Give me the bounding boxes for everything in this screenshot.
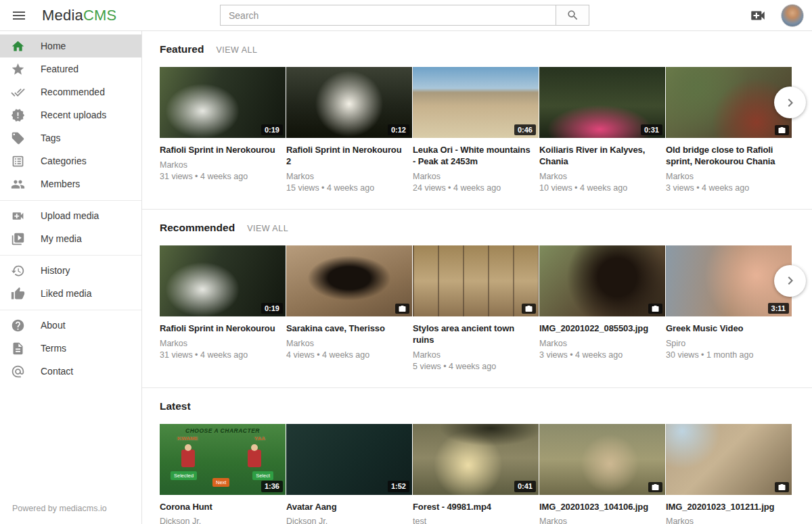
photo-badge: [648, 304, 662, 314]
search-input[interactable]: [221, 5, 556, 25]
view-all-link[interactable]: VIEW ALL: [247, 224, 288, 233]
media-thumbnail[interactable]: 1:52: [286, 424, 412, 495]
media-thumbnail[interactable]: 0:19: [160, 67, 286, 138]
media-card[interactable]: 0:19 Rafioli Sprint in Nerokourou Markos…: [160, 67, 286, 193]
media-card[interactable]: Old bridge close to Rafioli sprint, Nero…: [666, 67, 792, 193]
media-author[interactable]: Markos: [413, 350, 539, 360]
media-title[interactable]: Corona Hunt: [160, 502, 280, 513]
media-title[interactable]: Old bridge close to Rafioli sprint, Nero…: [666, 145, 786, 168]
sidebar-item-members[interactable]: Members: [0, 172, 141, 195]
media-title[interactable]: IMG_20201023_104106.jpg: [539, 502, 660, 513]
sidebar-group: AboutTermsContact: [0, 310, 141, 387]
sidebar-group: HistoryLiked media: [0, 256, 141, 310]
carousel-next-button[interactable]: [774, 87, 806, 118]
sidebar-item-label: Upload media: [41, 210, 99, 221]
powered-by-link[interactable]: Powered by mediacms.io: [0, 494, 141, 524]
media-card[interactable]: 0:31 Koiliaris River in Kalyves, Chania …: [539, 67, 665, 193]
media-author[interactable]: Markos: [413, 172, 539, 181]
app-logo[interactable]: MediaCMS: [42, 7, 116, 24]
star-icon: [11, 62, 25, 76]
upload-media-button[interactable]: [748, 6, 767, 25]
sidebar-item-featured[interactable]: Featured: [0, 57, 141, 80]
media-thumbnail[interactable]: [666, 67, 792, 138]
sidebar-item-history[interactable]: History: [0, 259, 141, 282]
media-title[interactable]: Leuka Ori - White mountains - Peak at 24…: [413, 145, 533, 168]
search-button[interactable]: [556, 5, 589, 25]
duration-badge: 1:52: [388, 481, 409, 492]
media-title[interactable]: Avatar Aang: [286, 502, 407, 513]
media-title[interactable]: Rafioli Sprint in Nerokourou: [160, 323, 280, 335]
hamburger-menu-icon[interactable]: [9, 6, 28, 25]
media-author[interactable]: Markos: [539, 339, 665, 348]
media-author[interactable]: Markos: [666, 172, 792, 181]
media-card[interactable]: IMG_20201022_085503.jpg Markos 3 views •…: [539, 245, 665, 371]
sidebar-item-terms[interactable]: Terms: [0, 337, 141, 360]
media-thumbnail[interactable]: 3:11: [666, 245, 792, 316]
photo-camera-icon: [651, 305, 660, 313]
view-all-link[interactable]: VIEW ALL: [216, 45, 257, 55]
media-card[interactable]: Sarakina cave, Therisso Markos 4 views •…: [286, 245, 412, 371]
chevron-right-icon: [782, 272, 798, 289]
media-author[interactable]: Markos: [539, 172, 665, 181]
media-card[interactable]: 0:41 Forest - 49981.mp4 test 17 views • …: [413, 424, 539, 524]
media-thumbnail[interactable]: [413, 245, 539, 316]
sidebar-item-recent-uploads[interactable]: Recent uploads: [0, 103, 141, 126]
media-author[interactable]: Markos: [286, 339, 412, 348]
media-thumbnail[interactable]: 0:12: [286, 67, 412, 138]
media-card[interactable]: 0:19 Rafioli Sprint in Nerokourou Markos…: [160, 245, 286, 371]
media-title[interactable]: IMG_20201022_085503.jpg: [539, 323, 660, 335]
user-avatar[interactable]: [781, 4, 804, 27]
media-title[interactable]: Stylos area ancient town ruins: [413, 323, 533, 346]
media-thumbnail[interactable]: [539, 245, 665, 316]
media-author[interactable]: Markos: [160, 339, 286, 348]
media-title[interactable]: Sarakina cave, Therisso: [286, 323, 407, 335]
photo-badge: [775, 125, 789, 135]
media-thumbnail[interactable]: [666, 424, 792, 495]
sidebar-item-recommended[interactable]: Recommended: [0, 80, 141, 103]
sidebar-item-home[interactable]: Home: [0, 34, 141, 57]
card-row: 0:19 Rafioli Sprint in Nerokourou Markos…: [160, 67, 793, 193]
sidebar-item-contact[interactable]: Contact: [0, 360, 141, 383]
sidebar-item-my-media[interactable]: My media: [0, 227, 141, 250]
media-author[interactable]: test: [413, 517, 539, 524]
media-title[interactable]: Koiliaris River in Kalyves, Chania: [539, 145, 660, 168]
media-title[interactable]: Rafioli Sprint in Nerokourou: [160, 145, 280, 156]
media-author[interactable]: Dickson Jr.: [160, 517, 286, 524]
media-author[interactable]: Markos: [666, 517, 792, 524]
sidebar-item-tags[interactable]: Tags: [0, 126, 141, 149]
media-author[interactable]: Spiro: [666, 339, 792, 348]
carousel-next-button[interactable]: [774, 265, 806, 297]
media-author[interactable]: Markos: [539, 517, 665, 524]
media-thumbnail[interactable]: CHOOSE A CHARACTER KWAME YAA Selected Ne…: [160, 424, 286, 495]
media-card[interactable]: 0:12 Rafioli Sprint in Nerokourou 2 Mark…: [286, 67, 412, 193]
media-thumbnail[interactable]: 0:31: [539, 67, 665, 138]
logo-media-text: Media: [42, 7, 83, 24]
game-next-button: Next: [212, 478, 229, 487]
media-title[interactable]: IMG_20201023_101211.jpg: [666, 502, 786, 513]
media-card[interactable]: CHOOSE A CHARACTER KWAME YAA Selected Ne…: [160, 424, 286, 524]
media-card[interactable]: 1:52 Avatar Aang Dickson Jr. 12 views • …: [286, 424, 412, 524]
media-card[interactable]: IMG_20201023_104106.jpg Markos 4 views •…: [539, 424, 665, 524]
media-thumbnail[interactable]: [539, 424, 665, 495]
sidebar-item-categories[interactable]: Categories: [0, 149, 141, 172]
media-card[interactable]: 3:11 Greek Music Video Spiro 30 views • …: [666, 245, 792, 371]
media-author[interactable]: Dickson Jr.: [286, 517, 412, 524]
media-author[interactable]: Markos: [160, 160, 286, 170]
media-author[interactable]: Markos: [286, 172, 412, 181]
sidebar-item-upload-media[interactable]: Upload media: [0, 204, 141, 227]
section-title: Recommended: [160, 222, 235, 234]
media-thumbnail[interactable]: 0:41: [413, 424, 539, 495]
media-thumbnail[interactable]: [286, 245, 412, 316]
media-thumbnail[interactable]: 0:19: [160, 245, 286, 316]
media-thumbnail[interactable]: 0:46: [413, 67, 539, 138]
sidebar-item-about[interactable]: About: [0, 314, 141, 337]
media-meta: 30 views • 1 month ago: [666, 350, 792, 360]
sidebar-item-liked-media[interactable]: Liked media: [0, 282, 141, 305]
media-title[interactable]: Greek Music Video: [666, 323, 786, 335]
media-title[interactable]: Forest - 49981.mp4: [413, 502, 533, 513]
media-card[interactable]: IMG_20201023_101211.jpg Markos 4 views •…: [666, 424, 792, 524]
media-card[interactable]: 0:46 Leuka Ori - White mountains - Peak …: [413, 67, 539, 193]
media-card[interactable]: Stylos area ancient town ruins Markos 5 …: [413, 245, 539, 371]
media-title[interactable]: Rafioli Sprint in Nerokourou 2: [286, 145, 407, 168]
sidebar-group: HomeFeaturedRecommendedRecent uploadsTag…: [0, 31, 141, 201]
